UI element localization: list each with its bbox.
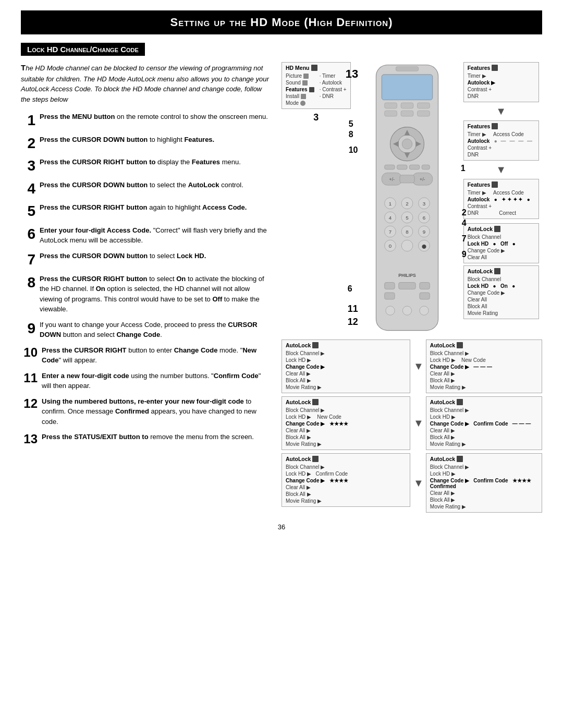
svg-rect-3 <box>384 103 397 108</box>
step-num-10: 10 <box>349 145 358 155</box>
step-num-9: 9 <box>462 250 467 259</box>
install-icon <box>301 94 306 99</box>
autolock-icon-1 <box>494 226 500 232</box>
step-numbers-overlay: 3 <box>313 112 319 123</box>
change-code-panel-3: AutoLock Block Channel ▶ Lock HD ▶ New C… <box>282 396 410 450</box>
page-number: 36 <box>21 523 542 531</box>
step-text: Press the CURSOR RIGHT button to enter C… <box>42 345 271 366</box>
svg-point-55 <box>402 306 411 315</box>
svg-rect-2 <box>382 75 433 100</box>
svg-rect-18 <box>409 165 420 169</box>
autolock-icon-7 <box>312 456 319 462</box>
step-number: 12 <box>21 396 38 411</box>
svg-text:⬤: ⬤ <box>422 244 426 249</box>
right-side-panels: Features Timer ▶ Autolock ▶ Contrast + D… <box>463 62 539 319</box>
step-number: 10 <box>21 345 38 360</box>
change-code-panel-1: AutoLock Block Channel ▶ Lock HD ▶ Chang… <box>282 339 410 393</box>
svg-point-44 <box>401 240 413 251</box>
svg-text:4: 4 <box>388 215 391 221</box>
instructions-column: The HD Mode channel can be blocked to ce… <box>21 62 271 513</box>
step-number: 13 <box>21 432 38 447</box>
intro-text: The HD Mode channel can be blocked to ce… <box>21 62 271 104</box>
svg-text:1: 1 <box>388 201 391 207</box>
menu-icon <box>311 65 317 71</box>
bottom-panel-group-6: ▼ AutoLock Block Channel ▶ Lock HD ▶ Cha… <box>413 453 542 513</box>
svg-text:PHILIPS: PHILIPS <box>398 273 416 278</box>
bottom-panel-group-3: AutoLock Block Channel ▶ Lock HD ▶ New C… <box>282 396 410 450</box>
step-text: Press the MENU button on the remote cont… <box>40 112 271 122</box>
svg-rect-52 <box>384 293 395 299</box>
step-3: 3 Press the CURSOR RIGHT button to displ… <box>21 157 271 175</box>
step-text: Using the numbered buttons, re-enter you… <box>42 396 271 427</box>
bottom-panel-group-5: AutoLock Block Channel ▶ Lock HD ▶ Confi… <box>282 453 410 513</box>
svg-rect-50 <box>398 283 415 289</box>
change-code-panel-2: AutoLock Block Channel ▶ Lock HD ▶ New C… <box>426 339 542 393</box>
step-9: 9 If you want to change your Access Code… <box>21 320 271 340</box>
svg-text:6: 6 <box>422 215 425 221</box>
step-2: 2 Press the CURSOR DOWN button to highli… <box>21 135 271 152</box>
autolock-icon-4 <box>457 342 463 348</box>
svg-rect-1 <box>396 67 418 71</box>
step-number: 4 <box>21 180 35 198</box>
section-header: Lock HD Channel/Change Code <box>21 43 145 56</box>
bottom-panel-group-2: ▼ AutoLock Block Channel ▶ Lock HD ▶ New… <box>413 339 542 393</box>
step-6: 6 Enter your four-digit Access Code. "Co… <box>21 225 271 246</box>
autolock-icon-8 <box>457 456 463 462</box>
page-container: Setting up the HD Mode (High Definition)… <box>21 10 542 531</box>
svg-text:2: 2 <box>406 201 408 207</box>
svg-rect-8 <box>417 111 430 116</box>
svg-text:0: 0 <box>388 243 391 249</box>
step-text: Press the CURSOR DOWN button to select t… <box>40 180 271 190</box>
svg-text:+/-: +/- <box>420 177 425 182</box>
picture-icon <box>303 74 309 79</box>
svg-rect-16 <box>384 165 395 169</box>
features-icon-2 <box>492 123 498 129</box>
arrow-right-3: ▼ <box>413 477 424 489</box>
remote-svg: +/- +/- 1 2 3 <box>355 62 459 333</box>
step-number: 6 <box>21 225 35 243</box>
step-text: Press the CURSOR RIGHT button again to h… <box>40 202 271 213</box>
step-8: 8 Press the CURSOR RIGHT button to selec… <box>21 274 271 314</box>
svg-text:+/-: +/- <box>389 177 394 182</box>
svg-rect-7 <box>401 111 413 116</box>
step-text: Press the CURSOR DOWN button to highligh… <box>40 135 271 145</box>
svg-rect-51 <box>419 283 430 289</box>
change-code-panel-4: AutoLock Block Channel ▶ Lock HD ▶ Chang… <box>426 396 542 450</box>
step-num-11: 11 <box>348 304 358 314</box>
step-text: Press the STATUS/EXIT button to remove t… <box>42 432 271 442</box>
step-num-1: 1 <box>461 164 466 173</box>
top-diagram-row: HD Menu Picture Sound <box>282 62 542 335</box>
svg-rect-19 <box>422 165 430 169</box>
svg-rect-53 <box>419 293 430 299</box>
step-4: 4 Press the CURSOR DOWN button to select… <box>21 180 271 198</box>
step-num-7: 7 <box>462 234 467 244</box>
step-12: 12 Using the numbered buttons, re-enter … <box>21 396 271 427</box>
svg-text:3: 3 <box>422 201 425 207</box>
change-code-panel-6: AutoLock Block Channel ▶ Lock HD ▶ Chang… <box>426 453 542 513</box>
autolock-panel-off: AutoLock Block Channel Lock HD ● Off ● C… <box>463 223 539 263</box>
features-panel-2: Features Timer ▶ Access Code Autolock ● … <box>463 120 539 161</box>
step-num-4: 4 <box>462 219 467 228</box>
step-num-12: 12 <box>348 317 358 327</box>
features-icon-1 <box>492 65 498 71</box>
step-number: 5 <box>21 202 35 220</box>
step-num-5: 5 <box>349 119 353 129</box>
svg-text:5: 5 <box>406 215 409 221</box>
features-icon <box>309 87 314 92</box>
step-num-8: 8 <box>349 130 353 139</box>
svg-rect-49 <box>384 283 395 289</box>
svg-rect-4 <box>401 103 413 108</box>
step-text: Press the CURSOR RIGHT button to display… <box>40 157 271 167</box>
autolock-panel-on: AutoLock Block Channel Lock HD ● On ● Ch… <box>463 265 539 319</box>
svg-point-56 <box>419 306 428 315</box>
svg-text:8: 8 <box>406 229 408 235</box>
autolock-icon-6 <box>457 399 463 405</box>
autolock-icon-5 <box>312 399 319 405</box>
step-num-6: 6 <box>348 284 352 294</box>
features-panel-3: Features Timer ▶ Access Code Autolock ● … <box>463 179 539 219</box>
step-num-2: 2 <box>462 208 467 217</box>
step-number: 3 <box>21 157 35 175</box>
step-number: 7 <box>21 251 35 269</box>
step-number: 9 <box>21 320 35 337</box>
step-text: Press the CURSOR DOWN button to select L… <box>40 251 271 261</box>
